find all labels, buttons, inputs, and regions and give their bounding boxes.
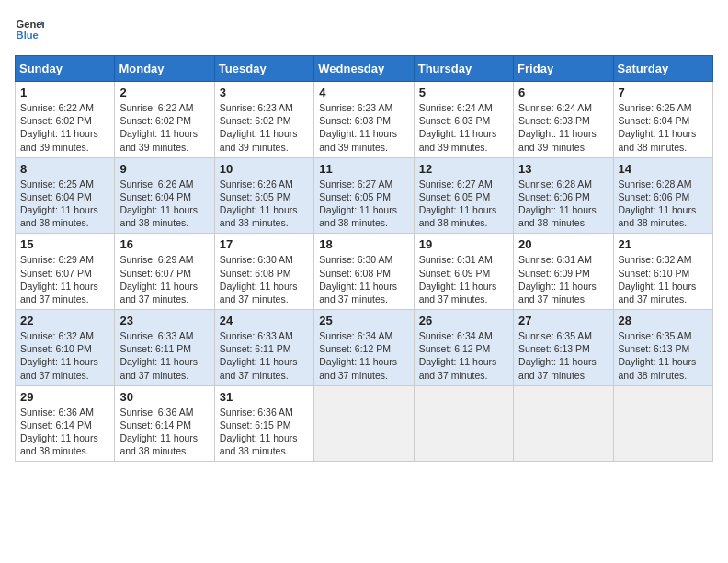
day-info: Sunrise: 6:30 AM Sunset: 6:08 PM Dayligh… [319, 253, 408, 305]
day-header-friday: Friday [514, 56, 613, 82]
calendar-day-25: 25Sunrise: 6:34 AM Sunset: 6:12 PM Dayli… [314, 310, 414, 386]
calendar-day-1: 1Sunrise: 6:22 AM Sunset: 6:02 PM Daylig… [16, 82, 115, 158]
day-info: Sunrise: 6:33 AM Sunset: 6:11 PM Dayligh… [119, 329, 209, 382]
day-header-tuesday: Tuesday [214, 56, 313, 82]
day-number: 15 [20, 237, 109, 251]
day-number: 1 [20, 86, 109, 99]
day-info: Sunrise: 6:25 AM Sunset: 6:04 PM Dayligh… [619, 101, 708, 154]
calendar-day-21: 21Sunrise: 6:32 AM Sunset: 6:10 PM Dayli… [613, 234, 712, 310]
svg-text:General: General [17, 18, 44, 29]
day-info: Sunrise: 6:36 AM Sunset: 6:15 PM Dayligh… [220, 406, 309, 458]
calendar-header: SundayMondayTuesdayWednesdayThursdayFrid… [16, 56, 713, 82]
calendar-day-2: 2Sunrise: 6:22 AM Sunset: 6:02 PM Daylig… [115, 82, 214, 158]
day-number: 26 [419, 314, 508, 327]
day-number: 23 [119, 314, 209, 327]
day-number: 6 [518, 86, 608, 99]
day-info: Sunrise: 6:25 AM Sunset: 6:04 PM Dayligh… [20, 178, 109, 230]
logo: General Blue [15, 15, 44, 44]
day-info: Sunrise: 6:27 AM Sunset: 6:05 PM Dayligh… [419, 178, 508, 230]
day-info: Sunrise: 6:33 AM Sunset: 6:11 PM Dayligh… [220, 329, 309, 382]
calendar-day-30: 30Sunrise: 6:36 AM Sunset: 6:14 PM Dayli… [115, 385, 214, 462]
calendar-day-16: 16Sunrise: 6:29 AM Sunset: 6:07 PM Dayli… [115, 234, 214, 310]
day-info: Sunrise: 6:35 AM Sunset: 6:13 PM Dayligh… [518, 329, 608, 382]
day-number: 3 [220, 86, 309, 99]
day-number: 22 [20, 314, 109, 327]
day-number: 17 [220, 237, 309, 251]
day-number: 16 [119, 237, 209, 251]
logo-icon: General Blue [15, 15, 44, 44]
day-number: 29 [20, 390, 109, 404]
day-header-thursday: Thursday [414, 56, 513, 82]
calendar-day-29: 29Sunrise: 6:36 AM Sunset: 6:14 PM Dayli… [16, 385, 115, 462]
day-info: Sunrise: 6:34 AM Sunset: 6:12 PM Dayligh… [319, 329, 408, 382]
day-info: Sunrise: 6:31 AM Sunset: 6:09 PM Dayligh… [518, 253, 608, 305]
calendar-day-14: 14Sunrise: 6:28 AM Sunset: 6:06 PM Dayli… [613, 157, 712, 234]
empty-day [414, 385, 513, 462]
calendar-day-26: 26Sunrise: 6:34 AM Sunset: 6:12 PM Dayli… [414, 310, 513, 386]
calendar-day-31: 31Sunrise: 6:36 AM Sunset: 6:15 PM Dayli… [214, 385, 313, 462]
day-info: Sunrise: 6:24 AM Sunset: 6:03 PM Dayligh… [419, 101, 508, 154]
day-number: 2 [119, 86, 209, 99]
day-info: Sunrise: 6:23 AM Sunset: 6:02 PM Dayligh… [220, 101, 309, 154]
day-number: 7 [619, 86, 708, 99]
day-number: 4 [319, 86, 408, 99]
day-number: 5 [419, 86, 508, 99]
day-number: 9 [119, 162, 209, 176]
day-info: Sunrise: 6:29 AM Sunset: 6:07 PM Dayligh… [119, 253, 209, 305]
calendar-week-4: 22Sunrise: 6:32 AM Sunset: 6:10 PM Dayli… [16, 310, 713, 386]
calendar-day-27: 27Sunrise: 6:35 AM Sunset: 6:13 PM Dayli… [514, 310, 613, 386]
day-number: 8 [20, 162, 109, 176]
calendar-day-15: 15Sunrise: 6:29 AM Sunset: 6:07 PM Dayli… [16, 234, 115, 310]
calendar-day-3: 3Sunrise: 6:23 AM Sunset: 6:02 PM Daylig… [214, 82, 313, 158]
calendar-day-13: 13Sunrise: 6:28 AM Sunset: 6:06 PM Dayli… [514, 157, 613, 234]
day-info: Sunrise: 6:28 AM Sunset: 6:06 PM Dayligh… [619, 178, 708, 230]
day-info: Sunrise: 6:24 AM Sunset: 6:03 PM Dayligh… [518, 101, 608, 154]
calendar-day-11: 11Sunrise: 6:27 AM Sunset: 6:05 PM Dayli… [314, 157, 414, 234]
day-info: Sunrise: 6:27 AM Sunset: 6:05 PM Dayligh… [319, 178, 408, 230]
page-header: General Blue [15, 15, 713, 44]
day-info: Sunrise: 6:31 AM Sunset: 6:09 PM Dayligh… [419, 253, 508, 305]
calendar-day-12: 12Sunrise: 6:27 AM Sunset: 6:05 PM Dayli… [414, 157, 513, 234]
day-number: 12 [419, 162, 508, 176]
day-number: 20 [518, 237, 608, 251]
calendar-day-10: 10Sunrise: 6:26 AM Sunset: 6:05 PM Dayli… [214, 157, 313, 234]
svg-text:Blue: Blue [17, 29, 39, 40]
day-info: Sunrise: 6:36 AM Sunset: 6:14 PM Dayligh… [119, 406, 209, 458]
day-number: 27 [518, 314, 608, 327]
day-number: 21 [619, 237, 708, 251]
calendar-day-5: 5Sunrise: 6:24 AM Sunset: 6:03 PM Daylig… [414, 82, 513, 158]
day-info: Sunrise: 6:30 AM Sunset: 6:08 PM Dayligh… [220, 253, 309, 305]
calendar-day-17: 17Sunrise: 6:30 AM Sunset: 6:08 PM Dayli… [214, 234, 313, 310]
day-header-monday: Monday [115, 56, 214, 82]
calendar-week-2: 8Sunrise: 6:25 AM Sunset: 6:04 PM Daylig… [16, 157, 713, 234]
day-info: Sunrise: 6:35 AM Sunset: 6:13 PM Dayligh… [619, 329, 708, 382]
day-number: 18 [319, 237, 408, 251]
calendar-day-24: 24Sunrise: 6:33 AM Sunset: 6:11 PM Dayli… [214, 310, 313, 386]
day-info: Sunrise: 6:34 AM Sunset: 6:12 PM Dayligh… [419, 329, 508, 382]
day-header-wednesday: Wednesday [314, 56, 414, 82]
day-number: 11 [319, 162, 408, 176]
day-number: 14 [619, 162, 708, 176]
calendar-day-22: 22Sunrise: 6:32 AM Sunset: 6:10 PM Dayli… [16, 310, 115, 386]
day-number: 31 [220, 390, 309, 404]
day-info: Sunrise: 6:23 AM Sunset: 6:03 PM Dayligh… [319, 101, 408, 154]
day-number: 13 [518, 162, 608, 176]
calendar-day-8: 8Sunrise: 6:25 AM Sunset: 6:04 PM Daylig… [16, 157, 115, 234]
day-info: Sunrise: 6:22 AM Sunset: 6:02 PM Dayligh… [119, 101, 209, 154]
calendar-day-28: 28Sunrise: 6:35 AM Sunset: 6:13 PM Dayli… [613, 310, 712, 386]
day-info: Sunrise: 6:32 AM Sunset: 6:10 PM Dayligh… [619, 253, 708, 305]
calendar-day-6: 6Sunrise: 6:24 AM Sunset: 6:03 PM Daylig… [514, 82, 613, 158]
empty-day [314, 385, 414, 462]
calendar-day-7: 7Sunrise: 6:25 AM Sunset: 6:04 PM Daylig… [613, 82, 712, 158]
calendar-table: SundayMondayTuesdayWednesdayThursdayFrid… [15, 55, 713, 462]
day-info: Sunrise: 6:26 AM Sunset: 6:05 PM Dayligh… [220, 178, 309, 230]
day-number: 30 [119, 390, 209, 404]
day-number: 19 [419, 237, 508, 251]
day-number: 10 [220, 162, 309, 176]
day-number: 28 [619, 314, 708, 327]
calendar-day-4: 4Sunrise: 6:23 AM Sunset: 6:03 PM Daylig… [314, 82, 414, 158]
day-info: Sunrise: 6:28 AM Sunset: 6:06 PM Dayligh… [518, 178, 608, 230]
day-header-sunday: Sunday [16, 56, 115, 82]
calendar-day-23: 23Sunrise: 6:33 AM Sunset: 6:11 PM Dayli… [115, 310, 214, 386]
day-number: 24 [220, 314, 309, 327]
